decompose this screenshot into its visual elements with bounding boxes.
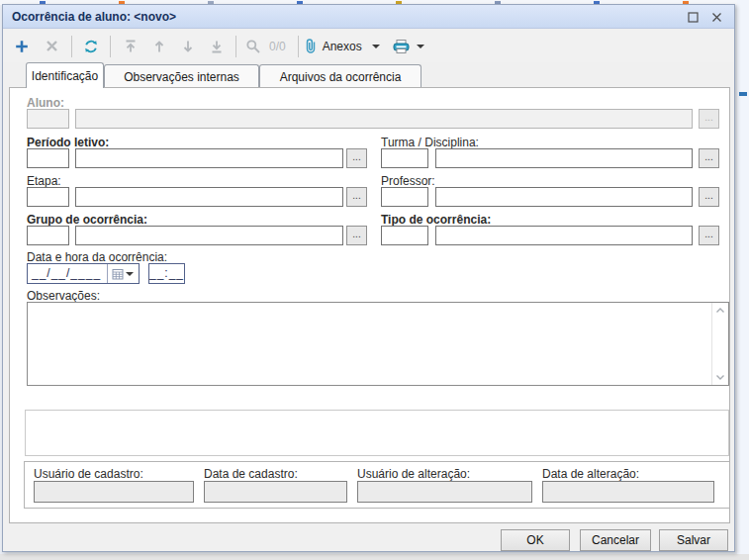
close-icon: [711, 12, 722, 23]
professor-label: Professor:: [381, 174, 435, 188]
professor-code-field[interactable]: [381, 187, 428, 207]
data-cadastro-label: Data de cadastro:: [204, 467, 298, 481]
search-button[interactable]: [241, 34, 265, 59]
info-box: [25, 410, 729, 456]
maximize-icon: [688, 12, 699, 23]
grupo-ocorrencia-lookup-button[interactable]: ...: [346, 226, 367, 245]
tab-label: Identificação: [32, 69, 98, 83]
aluno-lookup-button: ...: [699, 109, 719, 129]
title-bar[interactable]: Ocorrência de aluno: <novo>: [3, 5, 734, 29]
cancel-button[interactable]: Cancelar: [580, 529, 651, 551]
toolbar-separator: [71, 36, 72, 57]
hora-ocorrencia-field[interactable]: __:__: [148, 263, 185, 284]
data-cadastro-field: [204, 481, 347, 503]
add-button[interactable]: [7, 34, 37, 59]
calendar-icon: [112, 268, 124, 280]
data-ocorrencia-field[interactable]: __/__/____: [27, 263, 140, 284]
maximize-button[interactable]: [686, 10, 701, 25]
add-icon: [14, 39, 30, 54]
turma-disciplina-code-field[interactable]: [381, 148, 428, 168]
tipo-ocorrencia-code-field[interactable]: [381, 226, 428, 245]
first-record-button[interactable]: [116, 34, 144, 59]
periodo-letivo-name-field[interactable]: [75, 148, 343, 168]
last-record-button[interactable]: [202, 34, 231, 59]
etapa-name-field[interactable]: [75, 187, 343, 207]
ok-button[interactable]: OK: [501, 529, 570, 551]
etapa-label: Etapa:: [27, 174, 61, 188]
refresh-button[interactable]: [77, 34, 105, 59]
periodo-letivo-label: Período letivo:: [27, 136, 109, 149]
turma-disciplina-label: Turma / Disciplina:: [381, 136, 479, 149]
anexos-button[interactable]: Anexos: [304, 34, 386, 59]
scroll-down-icon[interactable]: [714, 371, 726, 383]
print-button[interactable]: [392, 34, 430, 59]
toolbar-separator: [110, 36, 111, 57]
tab-page-identificacao: Aluno: ... Período letivo: ... Turma / D…: [9, 87, 730, 523]
record-counter: 0/0: [269, 40, 286, 53]
tab-label: Arquivos da ocorrência: [280, 70, 402, 84]
tab-identificacao[interactable]: Identificação: [26, 62, 104, 88]
turma-disciplina-lookup-button[interactable]: ...: [699, 148, 719, 168]
tipo-ocorrencia-lookup-button[interactable]: ...: [699, 226, 719, 245]
next-record-button[interactable]: [173, 34, 202, 59]
aluno-label: Aluno:: [27, 96, 64, 110]
anexos-label: Anexos: [323, 40, 362, 53]
tab-observacoes-internas[interactable]: Observações internas: [104, 64, 259, 88]
usuario-alteracao-field: [357, 481, 532, 503]
background-app-sliver-bottom: [0, 554, 749, 560]
window-title: Ocorrência de aluno: <novo>: [3, 10, 176, 24]
close-button[interactable]: [709, 10, 724, 25]
printer-icon: [392, 39, 411, 54]
tipo-ocorrencia-name-field[interactable]: [435, 226, 693, 245]
audit-panel: Usuário de cadastro: Data de cadastro: U…: [24, 461, 730, 509]
paperclip-icon: [304, 38, 318, 54]
toolbar: 0/0 Anexos: [3, 30, 734, 62]
data-alteracao-label: Data de alteração:: [542, 467, 639, 481]
data-hora-label: Data e hora da ocorrência:: [27, 250, 167, 264]
calendar-dropdown-button[interactable]: [107, 264, 138, 283]
search-icon: [245, 39, 261, 54]
turma-disciplina-name-field[interactable]: [435, 148, 693, 168]
previous-record-icon: [151, 39, 167, 54]
aluno-name-field: [75, 109, 693, 129]
tipo-ocorrencia-label: Tipo de ocorrência:: [381, 213, 491, 227]
usuario-cadastro-field: [34, 481, 194, 503]
grupo-ocorrencia-name-field[interactable]: [75, 226, 343, 245]
aluno-code-field: [27, 109, 69, 129]
grupo-ocorrencia-code-field[interactable]: [27, 226, 69, 245]
chevron-down-icon: [372, 45, 380, 48]
next-record-icon: [180, 39, 196, 54]
tab-label: Observações internas: [124, 70, 239, 84]
save-button[interactable]: Salvar: [659, 529, 728, 551]
refresh-icon: [83, 39, 99, 54]
professor-name-field[interactable]: [435, 187, 693, 207]
grupo-ocorrencia-label: Grupo de ocorrência:: [27, 213, 147, 227]
background-text-fragment: [739, 92, 747, 96]
periodo-letivo-code-field[interactable]: [27, 148, 69, 168]
tab-arquivos-ocorrencia[interactable]: Arquivos da ocorrência: [259, 64, 421, 88]
data-alteracao-field: [542, 481, 714, 503]
background-app-sliver-right: [737, 0, 749, 560]
vertical-scrollbar[interactable]: [711, 303, 728, 385]
delete-icon: [45, 39, 59, 53]
date-mask[interactable]: __/__/____: [28, 264, 107, 283]
toolbar-separator: [235, 36, 236, 57]
usuario-cadastro-label: Usuário de cadastro:: [34, 467, 143, 481]
etapa-lookup-button[interactable]: ...: [346, 187, 367, 207]
observacoes-label: Observações:: [27, 289, 100, 303]
periodo-letivo-lookup-button[interactable]: ...: [346, 148, 367, 168]
professor-lookup-button[interactable]: ...: [699, 187, 719, 207]
previous-record-button[interactable]: [144, 34, 173, 59]
last-record-icon: [209, 39, 225, 54]
delete-button[interactable]: [37, 34, 66, 59]
dialog-ocorrencia-aluno: Ocorrência de aluno: <novo>: [2, 4, 735, 552]
chevron-down-icon: [417, 45, 424, 48]
scroll-up-icon[interactable]: [714, 305, 726, 317]
observacoes-textarea[interactable]: [27, 302, 729, 386]
chevron-down-icon: [126, 272, 134, 276]
usuario-alteracao-label: Usuário de alteração:: [357, 467, 470, 481]
first-record-icon: [123, 39, 139, 54]
toolbar-separator: [298, 36, 299, 57]
etapa-code-field[interactable]: [27, 187, 69, 207]
